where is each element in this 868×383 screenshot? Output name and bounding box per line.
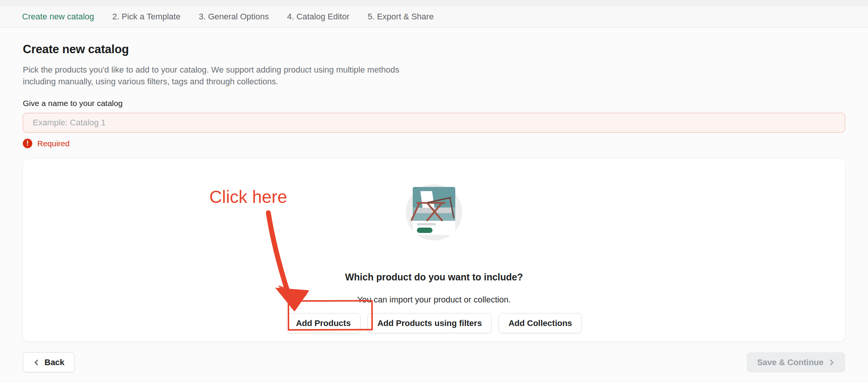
footer-bar: Back Save & Continue — [0, 352, 868, 372]
tab-export-share[interactable]: 5. Export & Share — [367, 12, 434, 22]
catalog-name-input[interactable] — [23, 113, 845, 133]
product-selection-card: Which product do you want to include? Yo… — [23, 158, 845, 342]
chevron-right-icon — [828, 359, 835, 366]
tab-catalog-editor[interactable]: 4. Catalog Editor — [287, 12, 350, 22]
product-hint: You can import your product or collectio… — [357, 295, 511, 305]
add-products-button[interactable]: Add Products — [286, 313, 361, 333]
chevron-left-icon — [33, 359, 40, 366]
product-question: Which product do you want to include? — [345, 272, 523, 283]
back-button[interactable]: Back — [23, 352, 75, 372]
page-description: Pick the products you'd like to add to y… — [23, 64, 845, 87]
main-content: Create new catalog Pick the products you… — [0, 43, 868, 342]
window-top-strip — [0, 0, 868, 6]
error-text: Required — [37, 139, 70, 148]
add-collections-button[interactable]: Add Collections — [499, 313, 582, 333]
add-products-using-filters-button[interactable]: Add Products using filters — [367, 313, 492, 333]
validation-error: ! Required — [23, 139, 845, 148]
catalog-illustration — [405, 184, 463, 241]
back-button-label: Back — [44, 358, 65, 367]
save-button-label: Save & Continue — [757, 358, 824, 367]
wizard-step-bar: Create new catalog 2. Pick a Template 3.… — [0, 6, 868, 27]
page-description-line-2: including manually, using various filter… — [23, 76, 845, 87]
tab-general-options[interactable]: 3. General Options — [199, 12, 269, 22]
page-title: Create new catalog — [23, 43, 845, 56]
save-and-continue-button[interactable]: Save & Continue — [747, 352, 845, 372]
product-buttons-row: Add Products Add Products using filters … — [286, 313, 582, 333]
error-exclamation-icon: ! — [23, 139, 32, 148]
page-description-line-1: Pick the products you'd like to add to y… — [23, 64, 845, 76]
tab-pick-a-template[interactable]: 2. Pick a Template — [112, 12, 181, 22]
tab-create-new-catalog[interactable]: Create new catalog — [22, 12, 94, 22]
catalog-name-label: Give a name to your catalog — [23, 99, 845, 108]
